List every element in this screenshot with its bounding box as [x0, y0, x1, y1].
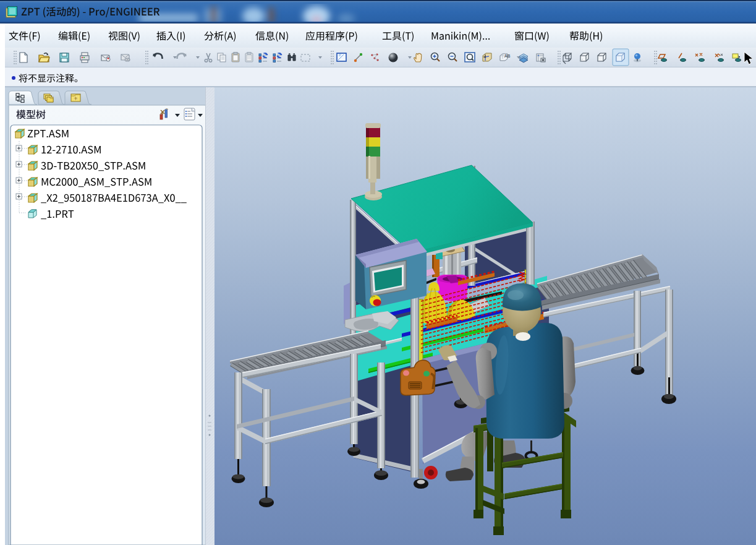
svg-text:AB: AB [504, 54, 511, 58]
